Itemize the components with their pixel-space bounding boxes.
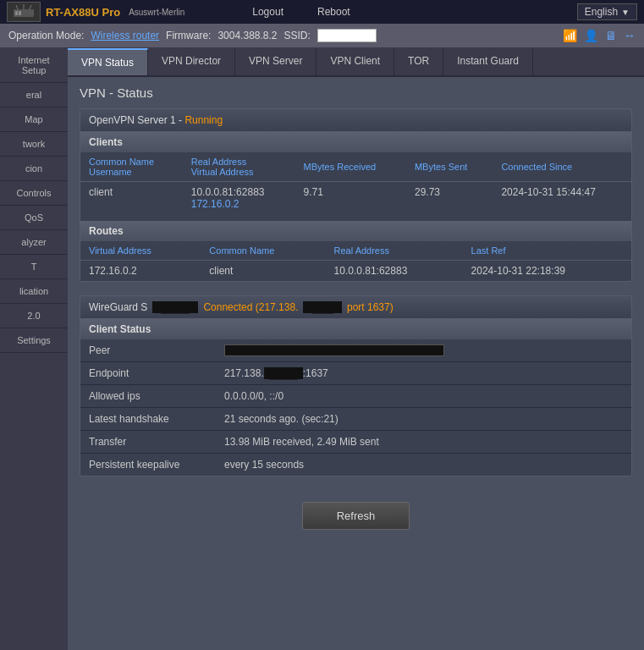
sidebar-item-cion[interactable]: cion — [0, 157, 68, 181]
tab-vpn-status[interactable]: VPN Status — [68, 48, 148, 75]
wireguard-panel: WireGuard S ████ Connected (217.138. ███… — [80, 295, 632, 476]
wg-header-inner: WireGuard S ████ Connected (217.138. ███… — [89, 301, 623, 313]
operation-mode-label: Operation Mode: — [8, 30, 84, 41]
logout-button[interactable]: Logout — [235, 0, 300, 24]
status-row-allowed-ips: Allowed ips 0.0.0.0/0, ::/0 — [80, 385, 631, 408]
refresh-button[interactable]: Refresh — [302, 502, 410, 530]
col-mbytes-sent: MBytes Sent — [406, 152, 493, 182]
sidebar-item-general[interactable]: eral — [0, 83, 68, 107]
persistent-keepalive-value: every 15 seconds — [216, 454, 631, 476]
ssid-input[interactable] — [317, 29, 377, 42]
clients-table: Common Name Username Real Address Virtua… — [80, 152, 631, 214]
persistent-keepalive-label: Persistent keepalive — [80, 454, 216, 476]
wireguard-header: WireGuard S ████ Connected (217.138. ███… — [80, 296, 631, 319]
transfer-label: Transfer — [80, 431, 216, 454]
sidebar-item-settings[interactable]: Settings — [0, 328, 68, 353]
status-row-endpoint: Endpoint 217.138.████:1637 — [80, 362, 631, 385]
transfer-value: 13.98 MiB received, 2.49 MiB sent — [216, 431, 631, 454]
refresh-area: Refresh — [80, 490, 632, 542]
sidebar-item-t[interactable]: T — [0, 255, 68, 279]
clients-section-header: Clients — [80, 132, 631, 152]
route-common-name: client — [201, 261, 325, 282]
client-mbytes-received: 9.71 — [295, 182, 406, 215]
svg-line-5 — [30, 5, 31, 9]
client-virtual-address: 172.16.0.2 — [191, 198, 287, 210]
operation-mode-value: Wireless router — [91, 30, 159, 41]
status-row-transfer: Transfer 13.98 MiB received, 2.49 MiB se… — [80, 431, 631, 454]
col-common-name-label: Common Name — [89, 157, 174, 167]
status-row-peer: Peer — [80, 339, 631, 362]
tab-tor[interactable]: TOR — [394, 48, 443, 75]
endpoint-value: 217.138.████:1637 — [216, 362, 631, 385]
brand-name: Asuswrt-Merlin — [129, 8, 184, 17]
col-common-name: Common Name Username — [80, 152, 183, 182]
wg-ip-redacted: ███ — [303, 301, 342, 313]
sidebar-item-2-0[interactable]: 2.0 — [0, 304, 68, 328]
route-col-last-ref: Last Ref — [463, 241, 631, 261]
route-col-virtual-address: Virtual Address — [80, 241, 201, 261]
tab-vpn-client[interactable]: VPN Client — [316, 48, 394, 75]
language-selector[interactable]: English ▼ — [577, 3, 637, 20]
peer-label: Peer — [80, 339, 216, 362]
status-row-persistent-keepalive: Persistent keepalive every 15 seconds — [80, 454, 631, 476]
openvpn-panel: OpenVPN Server 1 - Running Clients Commo… — [80, 108, 632, 282]
sidebar-item-analyzer[interactable]: alyzer — [0, 230, 68, 255]
ssid-label: SSID: — [284, 30, 311, 41]
route-col-common-name: Common Name — [201, 241, 325, 261]
sidebar-item-qos[interactable]: QoS — [0, 206, 68, 230]
endpoint-redacted: ████ — [264, 367, 303, 379]
client-status-table: Peer Endpoint 217.138.████:1637 — [80, 339, 631, 476]
client-status-header: Client Status — [80, 319, 631, 339]
col-username-label: Username — [89, 167, 174, 177]
wifi-icon: 📶 — [563, 29, 577, 42]
col-connected-since: Connected Since — [493, 152, 631, 182]
client-status-section: Client Status Peer Endpoint — [80, 319, 631, 476]
wg-status-text: Connected (217.138. — [203, 301, 298, 313]
svg-line-3 — [16, 5, 18, 9]
top-bar: RT-AX88U Pro Asuswrt-Merlin Logout Reboo… — [0, 0, 644, 24]
endpoint-label: Endpoint — [80, 362, 216, 385]
status-row-latest-handshake: Latest handshake 21 seconds ago. (sec:21… — [80, 408, 631, 431]
col-real-address-label: Real Address — [191, 157, 287, 167]
route-col-real-address: Real Address — [326, 241, 463, 261]
tab-bar: VPN Status VPN Director VPN Server VPN C… — [68, 48, 644, 77]
main-layout: Internet Setup eral Map twork cion Contr… — [0, 48, 644, 650]
reboot-button[interactable]: Reboot — [300, 0, 367, 24]
router-icon — [7, 2, 41, 22]
tab-instant-guard[interactable]: Instant Guard — [443, 48, 533, 75]
client-mbytes-sent: 29.73 — [406, 182, 493, 215]
client-common-name: client — [80, 182, 183, 215]
top-nav: Logout Reboot — [235, 0, 366, 24]
routes-section: Routes Virtual Address Common Name Real … — [80, 221, 631, 281]
tab-vpn-server[interactable]: VPN Server — [235, 48, 316, 75]
route-real-address: 10.0.0.81:62883 — [326, 261, 463, 282]
firmware-value: 3004.388.8.2 — [217, 30, 277, 41]
wg-title-prefix: WireGuard S — [89, 301, 147, 313]
client-row-0: client 10.0.0.81:62883 172.16.0.2 9.71 2… — [80, 182, 631, 215]
share-icon: ↔ — [624, 29, 636, 42]
sidebar-item-controls[interactable]: Controls — [0, 181, 68, 206]
routes-header-row: Virtual Address Common Name Real Address… — [80, 241, 631, 261]
firmware-label: Firmware: — [166, 30, 211, 41]
sidebar: Internet Setup eral Map twork cion Contr… — [0, 48, 68, 650]
peer-value — [216, 339, 631, 362]
info-bar: Operation Mode: Wireless router Firmware… — [0, 24, 644, 48]
allowed-ips-value: 0.0.0.0/0, ::/0 — [216, 385, 631, 408]
sidebar-item-map[interactable]: Map — [0, 107, 68, 132]
sidebar-item-internet-setup[interactable]: Internet Setup — [0, 48, 68, 83]
tab-vpn-director[interactable]: VPN Director — [148, 48, 235, 75]
openvpn-status: Running — [184, 114, 223, 126]
col-real-address: Real Address Virtual Address — [183, 152, 295, 182]
latest-handshake-label: Latest handshake — [80, 408, 216, 431]
route-row-0: 172.16.0.2 client 10.0.0.81:62883 2024-1… — [80, 261, 631, 282]
client-real-address: 10.0.0.81:62883 — [191, 186, 287, 198]
col-mbytes-received: MBytes Received — [295, 152, 406, 182]
latest-handshake-value: 21 seconds ago. (sec:21) — [216, 408, 631, 431]
allowed-ips-label: Allowed ips — [80, 385, 216, 408]
info-icons: 📶 👤 🖥 ↔ — [563, 29, 636, 42]
sidebar-item-network[interactable]: twork — [0, 132, 68, 157]
route-virtual-address: 172.16.0.2 — [80, 261, 201, 282]
client-connected-since: 2024-10-31 15:44:47 — [493, 182, 631, 215]
sidebar-item-application[interactable]: lication — [0, 279, 68, 304]
computer-icon: 🖥 — [605, 29, 617, 42]
